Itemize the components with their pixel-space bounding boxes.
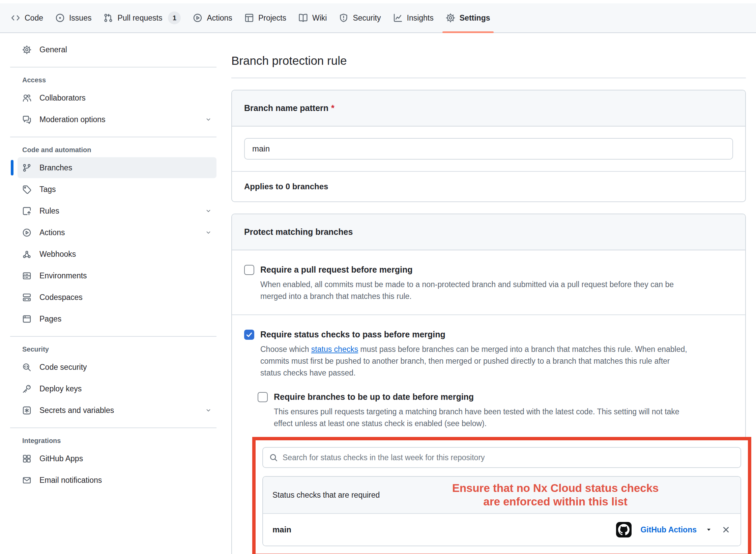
- require-up-to-date-checkbox[interactable]: [258, 392, 268, 402]
- option-require-status-checks: Require status checks to pass before mer…: [244, 329, 733, 379]
- checkmark-icon: [245, 331, 253, 339]
- sidebar-item-general[interactable]: General: [18, 39, 216, 60]
- sidebar-section-security: Security: [22, 345, 216, 353]
- caret-down-icon: [705, 526, 712, 533]
- sidebar-item-branches[interactable]: Branches: [18, 157, 216, 178]
- sidebar-item-label: Pages: [39, 314, 61, 324]
- sidebar-item-label: GitHub Apps: [39, 454, 83, 463]
- codespaces-icon: [22, 293, 31, 302]
- sidebar-section-access: Access: [22, 76, 216, 84]
- tab-security[interactable]: Security: [333, 3, 387, 32]
- sidebar-item-label: Codespaces: [39, 293, 83, 302]
- server-icon: [22, 271, 31, 280]
- tab-insights[interactable]: Insights: [387, 3, 440, 32]
- shield-icon: [339, 13, 348, 23]
- tab-pull-requests[interactable]: Pull requests 1: [97, 3, 187, 32]
- play-icon: [22, 228, 31, 237]
- active-accent-bar: [11, 160, 13, 175]
- code-icon: [11, 13, 20, 23]
- pull-requests-count-badge: 1: [168, 11, 181, 24]
- main-content: Branch protection rule Branch name patte…: [221, 33, 756, 554]
- tab-label: Pull requests: [117, 13, 162, 23]
- key-icon: [22, 384, 31, 393]
- sidebar-item-label: Email notifications: [39, 476, 102, 485]
- table-icon: [244, 13, 254, 23]
- asterisk-box-icon: [22, 406, 31, 415]
- tab-label: Actions: [207, 13, 232, 23]
- annotation-highlight-box: Status checks that are required Ensure t…: [252, 437, 751, 554]
- sidebar-section-integrations: Integrations: [22, 437, 216, 445]
- require-pull-request-checkbox[interactable]: [244, 265, 254, 275]
- option-require-pull-request: Require a pull request before merging Wh…: [244, 264, 733, 302]
- book-icon: [298, 13, 308, 23]
- sidebar-item-label: Rules: [39, 206, 59, 216]
- tab-wiki[interactable]: Wiki: [292, 3, 333, 32]
- sidebar-item-secrets-variables[interactable]: Secrets and variables: [18, 400, 216, 421]
- sidebar-item-label: Moderation options: [39, 115, 106, 124]
- sidebar-item-collaborators[interactable]: Collaborators: [18, 87, 216, 108]
- graph-icon: [393, 13, 403, 23]
- option-description: This ensures pull requests targeting a m…: [274, 406, 733, 430]
- sidebar-item-code-security[interactable]: Code security: [18, 357, 216, 378]
- page-title: Branch protection rule: [231, 54, 746, 67]
- sidebar-item-rules[interactable]: Rules: [18, 200, 216, 221]
- sidebar-item-label: General: [39, 45, 67, 54]
- sidebar-item-environments[interactable]: Environments: [18, 265, 216, 286]
- sidebar-item-label: Code security: [39, 363, 87, 372]
- tab-actions[interactable]: Actions: [187, 3, 238, 32]
- code-scan-icon: [22, 363, 31, 372]
- sidebar-item-label: Collaborators: [39, 93, 86, 103]
- tab-label: Projects: [258, 13, 286, 23]
- sidebar-item-deploy-keys[interactable]: Deploy keys: [18, 378, 216, 399]
- branch-name-pattern-input[interactable]: [244, 138, 733, 160]
- branch-name-pattern-header: Branch name pattern*: [232, 90, 745, 127]
- sidebar-item-moderation-options[interactable]: Moderation options: [18, 109, 216, 130]
- sidebar-item-label: Secrets and variables: [39, 406, 114, 415]
- tab-label: Wiki: [312, 13, 327, 23]
- status-checks-link[interactable]: status checks: [311, 345, 358, 354]
- sidebar-item-label: Tags: [39, 185, 56, 194]
- mail-icon: [22, 476, 31, 485]
- repo-nav: Code Issues Pull requests 1 Actions Proj…: [0, 3, 756, 33]
- subhead-divider: [231, 78, 746, 78]
- github-settings-page: Code Issues Pull requests 1 Actions Proj…: [0, 0, 756, 554]
- gear-icon: [22, 45, 31, 54]
- sidebar-item-actions[interactable]: Actions: [18, 222, 216, 243]
- rules-icon: [22, 206, 31, 216]
- require-status-checks-checkbox[interactable]: [244, 330, 254, 340]
- sidebar-item-pages[interactable]: Pages: [18, 308, 216, 329]
- close-icon: [721, 525, 731, 535]
- tab-code[interactable]: Code: [5, 3, 49, 32]
- annotation-text: Ensure that no Nx Cloud status checks ar…: [380, 481, 731, 508]
- apps-icon: [22, 454, 31, 463]
- tab-settings[interactable]: Settings: [440, 3, 496, 32]
- option-description: When enabled, all commits must be made t…: [260, 279, 733, 302]
- comment-discussion-icon: [22, 115, 31, 124]
- webhook-icon: [22, 250, 31, 259]
- tab-projects[interactable]: Projects: [238, 3, 292, 32]
- settings-sidebar: General Access Collaborators Moderation …: [0, 33, 221, 505]
- sidebar-item-github-apps[interactable]: GitHub Apps: [18, 448, 216, 469]
- branch-name-pattern-box: Branch name pattern* Applies to 0 branch…: [231, 90, 746, 202]
- option-label: Require a pull request before merging: [260, 264, 733, 275]
- tab-issues[interactable]: Issues: [49, 3, 97, 32]
- tab-label: Settings: [460, 13, 490, 23]
- status-checks-search-input[interactable]: [283, 453, 734, 462]
- sidebar-item-codespaces[interactable]: Codespaces: [18, 287, 216, 308]
- sidebar-section-code-automation: Code and automation: [22, 146, 216, 154]
- status-check-options-caret[interactable]: [705, 526, 712, 533]
- remove-status-check-button[interactable]: [721, 525, 731, 535]
- status-check-name: main: [272, 525, 291, 534]
- browser-icon: [22, 314, 31, 324]
- sidebar-divider: [10, 137, 216, 137]
- sidebar-item-webhooks[interactable]: Webhooks: [18, 244, 216, 265]
- option-label: Require branches to be up to date before…: [274, 391, 733, 403]
- sidebar-item-email-notifications[interactable]: Email notifications: [18, 470, 216, 491]
- status-checks-searchbox[interactable]: [262, 447, 741, 468]
- github-mark-icon: [618, 524, 630, 535]
- search-icon: [269, 453, 278, 462]
- gear-icon: [446, 13, 455, 23]
- sidebar-item-tags[interactable]: Tags: [18, 179, 216, 200]
- github-actions-link[interactable]: GitHub Actions: [640, 525, 697, 534]
- tab-label: Issues: [69, 13, 91, 23]
